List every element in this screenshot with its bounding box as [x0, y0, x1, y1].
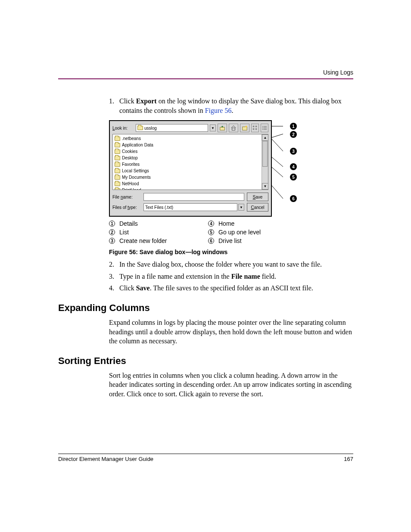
t-bold: Export: [136, 97, 157, 105]
svg-rect-18: [264, 128, 267, 128]
legend-num: 2: [109, 229, 115, 235]
folder-icon: [115, 137, 120, 141]
svg-rect-20: [264, 129, 267, 130]
list-item[interactable]: Favorites: [113, 161, 268, 168]
page-number: 167: [344, 456, 353, 462]
svg-rect-8: [232, 128, 235, 130]
svg-rect-12: [253, 128, 255, 130]
new-folder-button[interactable]: [240, 124, 249, 132]
lookin-label: Look in:: [112, 126, 134, 131]
filename-label: File name:: [112, 195, 141, 199]
folder-icon: [137, 126, 143, 130]
step-text: In the Save dialog box, choose the folde…: [119, 260, 353, 269]
list-item[interactable]: Local Settings: [113, 168, 268, 174]
filetype-dropdown[interactable]: Text Files (.txt): [143, 203, 237, 211]
heading-expanding-columns: Expanding Columns: [58, 302, 353, 314]
folder-icon: [115, 169, 120, 173]
steps-bottom: 2. In the Save dialog box, choose the fo…: [109, 260, 353, 293]
list-item[interactable]: .netbeans: [113, 135, 268, 142]
dropdown-arrow-icon[interactable]: ▼: [238, 204, 244, 211]
svg-rect-13: [255, 126, 257, 128]
folder-icon: [115, 149, 120, 154]
step-number: 2.: [109, 260, 119, 269]
step-number: 1.: [109, 96, 119, 115]
callout-legend: 1Details 2List 3Create new folder 4Home …: [109, 220, 353, 246]
footer-title: Director Element Manager User Guide: [58, 456, 153, 462]
folder-icon: [115, 162, 120, 167]
legend-text: Details: [119, 220, 138, 227]
svg-rect-16: [264, 126, 267, 127]
step-number: 4.: [109, 283, 119, 293]
lookin-dropdown[interactable]: usslog: [136, 124, 208, 132]
list-item[interactable]: NetHood: [113, 180, 268, 187]
save-button[interactable]: Save: [247, 193, 268, 201]
details-view-button[interactable]: [261, 124, 268, 132]
svg-rect-14: [255, 128, 257, 130]
up-one-level-button[interactable]: [218, 124, 227, 132]
scroll-thumb[interactable]: [262, 141, 268, 167]
callout-badge: 2: [290, 131, 297, 138]
steps-top: 1. Click Export on the log window to dis…: [109, 96, 353, 115]
paragraph: Expand columns in logs by placing the mo…: [109, 318, 353, 346]
list-item[interactable]: My Documents: [113, 174, 268, 180]
callout-badge: 3: [290, 148, 297, 155]
step-text: Click Save. The file saves to the specif…: [119, 283, 353, 293]
legend-text: Drive list: [218, 237, 242, 244]
t: .: [231, 107, 233, 114]
list-item[interactable]: PrintHood: [113, 187, 268, 190]
figure-56: Look in: usslog ▼: [109, 120, 290, 217]
folder-icon: [115, 156, 120, 160]
footer-rule: [58, 454, 353, 454]
save-dialog: Look in: usslog ▼: [109, 120, 272, 217]
home-button[interactable]: [229, 124, 238, 132]
list-item[interactable]: Cookies: [113, 148, 268, 155]
svg-rect-7: [220, 127, 225, 130]
legend-num: 5: [208, 229, 214, 235]
heading-sorting-entries: Sorting Entries: [58, 355, 353, 367]
paragraph: Sort log entries in columns when you cli…: [109, 371, 353, 399]
legend-num: 3: [109, 238, 115, 244]
scroll-up-icon[interactable]: ▲: [262, 134, 268, 141]
list-item[interactable]: Application Data: [113, 142, 268, 148]
filetype-label: Files of type:: [112, 205, 141, 210]
svg-point-10: [246, 126, 247, 128]
figure-caption: Figure 56: Save dialog box—log windows: [109, 249, 353, 255]
file-list[interactable]: .netbeans Application Data Cookies Deskt…: [112, 134, 268, 190]
folder-icon: [115, 182, 120, 186]
lookin-row: Look in: usslog ▼: [110, 121, 271, 134]
figure-link[interactable]: Figure 56: [205, 107, 232, 114]
list-item[interactable]: Desktop: [113, 155, 268, 161]
svg-rect-17: [262, 128, 264, 128]
header-rule: [58, 78, 353, 79]
folder-icon: [115, 188, 120, 190]
filename-input[interactable]: [143, 193, 244, 201]
svg-rect-15: [262, 126, 264, 127]
callout-badge: 1: [290, 123, 297, 130]
legend-text: Home: [218, 220, 234, 227]
legend-text: Create new folder: [119, 237, 167, 244]
page-footer: Director Element Manager User Guide 167: [58, 454, 353, 462]
legend-num: 1: [109, 221, 115, 227]
svg-rect-19: [262, 129, 264, 130]
t: Click: [119, 97, 136, 105]
svg-rect-11: [253, 126, 255, 128]
lookin-value: usslog: [144, 126, 157, 131]
step-text: Type in a file name and extension in the…: [119, 272, 353, 281]
callout-badge: 6: [290, 195, 297, 202]
callout-badge: 5: [290, 174, 297, 180]
cancel-button[interactable]: Cancel: [247, 203, 268, 212]
scrollbar[interactable]: ▲ ▼: [262, 134, 268, 190]
legend-text: Go up one level: [218, 229, 261, 236]
svg-rect-9: [243, 127, 247, 131]
legend-num: 6: [208, 238, 214, 244]
callout-badge: 4: [290, 163, 297, 170]
folder-icon: [115, 175, 120, 180]
step-number: 3.: [109, 272, 119, 281]
step-text: Click Export on the log window to displa…: [119, 96, 353, 115]
list-view-button[interactable]: [251, 124, 259, 132]
dropdown-arrow-icon[interactable]: ▼: [210, 124, 216, 131]
scroll-down-icon[interactable]: ▼: [262, 183, 268, 190]
folder-icon: [115, 143, 120, 147]
legend-num: 4: [208, 221, 214, 227]
legend-text: List: [119, 229, 129, 236]
